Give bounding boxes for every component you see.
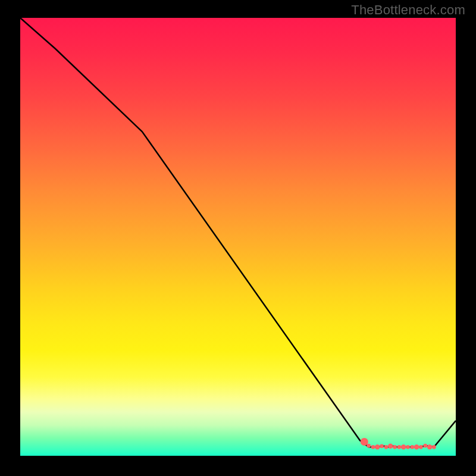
watermark-label: TheBottleneck.com <box>351 2 465 18</box>
chart-frame: TheBottleneck.com <box>0 0 476 476</box>
curve-path <box>20 18 456 447</box>
chart-overlay <box>20 18 456 456</box>
trough-marker-dot <box>367 444 371 448</box>
trough-marker-dot <box>384 445 388 449</box>
trough-markers <box>361 438 436 450</box>
trough-marker-dot <box>401 444 406 449</box>
trough-marker-dot <box>406 445 410 449</box>
trough-marker-dot <box>371 445 375 449</box>
trough-marker-dot <box>410 445 414 449</box>
trough-marker-dot <box>361 438 368 446</box>
trough-marker-dot <box>432 445 436 449</box>
trough-marker-dot <box>414 444 419 449</box>
trough-marker-dot <box>427 444 432 449</box>
trough-marker-dot <box>380 444 384 448</box>
trough-marker-dot <box>393 445 397 449</box>
trough-marker-dot <box>375 444 380 449</box>
plot-area <box>20 18 456 456</box>
trough-marker-dot <box>423 444 427 448</box>
trough-marker-dot <box>419 445 423 449</box>
trough-marker-dot <box>388 444 393 449</box>
curve-line <box>20 18 456 447</box>
trough-marker-dot <box>397 445 401 449</box>
